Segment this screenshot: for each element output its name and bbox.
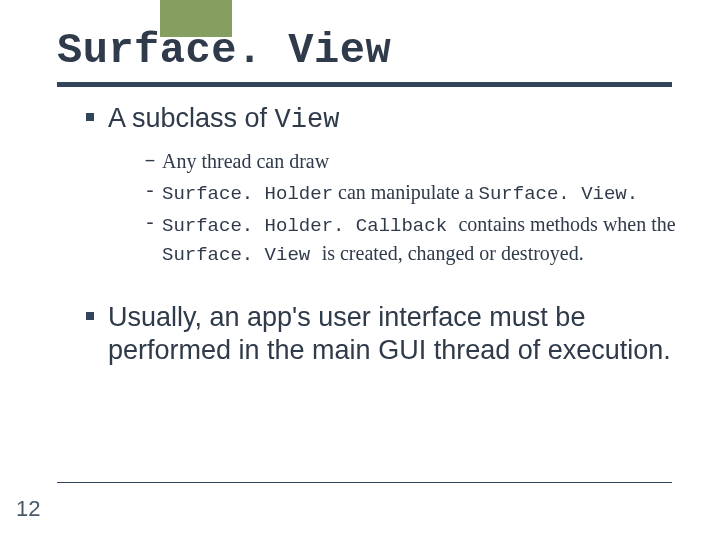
page-number: 12 bbox=[16, 496, 40, 522]
code-text: Surface. View. bbox=[479, 183, 639, 205]
sub-bullet-text: Surface. Holder can manipulate a Surface… bbox=[162, 179, 638, 208]
sub-bullet-text: Any thread can draw bbox=[162, 148, 329, 175]
sub-bullet-item: - Surface. Holder. Callback contains met… bbox=[144, 211, 680, 268]
sub-bullet-item: - Surface. Holder can manipulate a Surfa… bbox=[144, 179, 680, 208]
title-underline bbox=[57, 82, 672, 87]
text-part: contains methods when the bbox=[458, 213, 675, 235]
code-text: Surface. Holder bbox=[162, 183, 333, 205]
spacer bbox=[86, 283, 680, 301]
code-text: Surface. View bbox=[162, 244, 322, 266]
bullet-item: Usually, an app's user interface must be… bbox=[86, 301, 680, 369]
text-part: is created, changed or destroyed. bbox=[322, 242, 584, 264]
dash-icon: - bbox=[144, 211, 162, 237]
bullet-text: A subclass of View bbox=[108, 102, 339, 138]
slide-title: Surface. View bbox=[57, 27, 391, 75]
bullet-item: A subclass of View bbox=[86, 102, 680, 138]
square-bullet-icon bbox=[86, 113, 94, 121]
sub-bullet-text: Surface. Holder. Callback contains metho… bbox=[162, 211, 680, 268]
dash-icon: – bbox=[144, 148, 162, 174]
text-part: can manipulate a bbox=[333, 181, 479, 203]
sub-bullet-item: – Any thread can draw bbox=[144, 148, 680, 175]
dash-icon: - bbox=[144, 179, 162, 205]
code-text: View bbox=[275, 105, 340, 135]
bullet-text: Usually, an app's user interface must be… bbox=[108, 301, 680, 369]
sub-bullet-list: – Any thread can draw - Surface. Holder … bbox=[144, 148, 680, 269]
square-bullet-icon bbox=[86, 312, 94, 320]
slide-content: A subclass of View – Any thread can draw… bbox=[86, 102, 680, 378]
code-text: Surface. Holder. Callback bbox=[162, 215, 458, 237]
footer-divider bbox=[57, 482, 672, 483]
bullet-text-part: A subclass of bbox=[108, 103, 275, 133]
slide: Surface. View A subclass of View – Any t… bbox=[0, 0, 720, 540]
